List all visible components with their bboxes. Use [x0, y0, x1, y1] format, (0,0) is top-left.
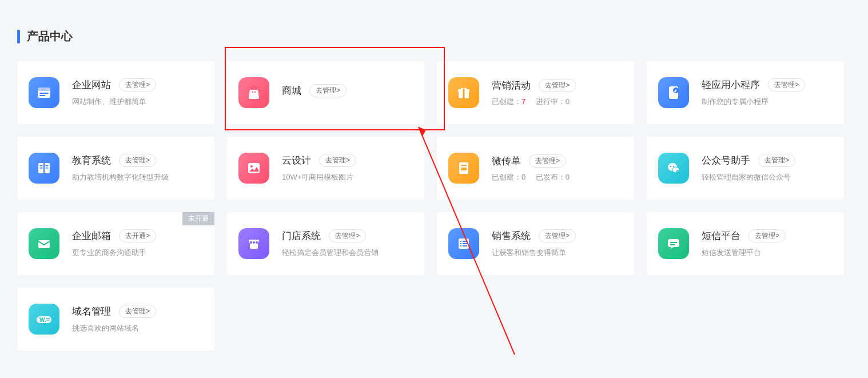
card-marketing[interactable]: 营销活动 去管理> 已创建：7 进行中：0: [437, 61, 634, 124]
card-sales-system[interactable]: 销售系统 去管理> 让获客和销售变得简单: [437, 212, 634, 275]
manage-button[interactable]: 去管理>: [309, 84, 347, 97]
card-title: 企业邮箱: [72, 229, 111, 242]
svg-point-26: [673, 166, 674, 167]
card-desc: 制作您的专属小程序: [702, 96, 833, 108]
card-desc: 轻松搞定会员管理和会员营销: [282, 247, 413, 258]
unopened-tag: 未开通: [182, 212, 214, 225]
flyer-icon: [448, 153, 479, 184]
manage-button[interactable]: 去管理>: [748, 229, 786, 242]
card-domain[interactable]: W. 域名管理 去管理> 挑选喜欢的网站域名: [17, 288, 214, 351]
svg-rect-1: [38, 87, 50, 91]
wechat-icon: [658, 153, 689, 184]
card-title: 门店系统: [282, 229, 321, 242]
manage-button[interactable]: 去管理>: [758, 154, 795, 167]
list-icon: [448, 228, 479, 259]
svg-rect-29: [250, 244, 258, 249]
svg-point-18: [250, 165, 253, 168]
miniapp-icon: [658, 77, 689, 108]
svg-point-5: [254, 91, 256, 93]
card-title: 公众号助手: [702, 154, 750, 167]
message-icon: [658, 228, 689, 259]
card-title: 云设计: [282, 154, 311, 167]
card-title: 企业网站: [72, 78, 111, 91]
manage-button[interactable]: 去管理>: [539, 229, 576, 242]
svg-rect-41: [670, 242, 677, 243]
card-miniapp[interactable]: 轻应用小程序 去管理> 制作您的专属小程序: [647, 61, 844, 124]
svg-rect-15: [40, 168, 43, 169]
card-title: 域名管理: [72, 305, 111, 318]
card-desc: 让获客和销售变得简单: [492, 247, 623, 258]
card-enterprise-mail[interactable]: 未开通 企业邮箱 去开通> 更专业的商务沟通助手: [17, 212, 214, 275]
shopping-bag-icon: [238, 77, 269, 108]
card-flyer[interactable]: 微传单 去管理> 已创建：0 已发布：0: [437, 137, 634, 200]
card-title: 微传单: [492, 154, 521, 168]
card-title: 商城: [282, 84, 301, 97]
card-stats: 已创建：0 已发布：0: [492, 172, 623, 182]
card-mall[interactable]: 商城 去管理>: [227, 61, 424, 124]
svg-point-25: [670, 166, 671, 167]
svg-point-31: [253, 241, 255, 244]
window-icon: [29, 77, 59, 108]
manage-button[interactable]: 去管理>: [329, 229, 366, 242]
manage-button[interactable]: 去管理>: [768, 78, 805, 91]
card-desc: 短信发送管理平台: [702, 247, 833, 258]
card-sms-platform[interactable]: 短信平台 去管理> 短信发送管理平台: [647, 212, 844, 275]
gift-icon: [448, 77, 479, 108]
card-desc: 网站制作、维护都简单: [72, 96, 203, 108]
svg-rect-42: [670, 244, 675, 245]
svg-rect-17: [248, 163, 260, 173]
card-title: 营销活动: [492, 79, 531, 92]
manage-button[interactable]: 去管理>: [119, 154, 156, 167]
domain-icon: W.: [29, 304, 59, 335]
card-cloud-design[interactable]: 云设计 去管理> 10W+可商用模板图片: [227, 137, 424, 200]
open-button[interactable]: 去开通>: [119, 229, 156, 242]
accent-bar: [17, 30, 20, 43]
card-education[interactable]: 教育系统 去管理> 助力教培机构数字化转型升级: [17, 137, 214, 200]
manage-button[interactable]: 去管理>: [319, 154, 356, 167]
card-enterprise-site[interactable]: 企业网站 去管理> 网站制作、维护都简单: [17, 61, 214, 124]
svg-point-22: [461, 169, 463, 170]
svg-rect-45: [46, 318, 50, 319]
svg-rect-39: [463, 245, 467, 246]
card-wechat-assistant[interactable]: 公众号助手 去管理> 轻松管理自家的微信公众号: [647, 137, 844, 200]
manage-button[interactable]: 去管理>: [539, 79, 576, 92]
svg-rect-20: [461, 165, 467, 166]
svg-rect-13: [40, 165, 43, 166]
mail-icon: [29, 228, 59, 259]
card-desc: 10W+可商用模板图片: [282, 172, 413, 183]
card-desc: 更专业的商务沟通助手: [72, 247, 203, 258]
card-store-system[interactable]: 门店系统 去管理> 轻松搞定会员管理和会员营销: [227, 212, 424, 275]
svg-rect-34: [460, 241, 461, 242]
section-title: 产品中心: [27, 29, 73, 44]
manage-button[interactable]: 去管理>: [529, 154, 566, 168]
svg-rect-3: [39, 95, 45, 96]
svg-point-30: [250, 241, 252, 244]
svg-rect-8: [463, 89, 465, 98]
card-stats: 已创建：7 进行中：0: [492, 97, 623, 107]
book-icon: [29, 153, 59, 184]
svg-rect-36: [460, 243, 461, 244]
svg-point-4: [252, 91, 253, 93]
svg-point-32: [256, 241, 258, 244]
card-title: 销售系统: [492, 229, 531, 242]
svg-rect-16: [46, 168, 49, 169]
card-desc: 挑选喜欢的网站域名: [72, 323, 203, 334]
svg-rect-37: [463, 243, 467, 244]
card-title: 教育系统: [72, 154, 111, 167]
svg-rect-14: [46, 165, 49, 166]
store-icon: [238, 228, 269, 259]
card-desc: 轻松管理自家的微信公众号: [702, 172, 833, 183]
svg-rect-2: [39, 93, 49, 94]
svg-text:W.: W.: [39, 317, 46, 323]
card-desc: 助力教培机构数字化转型升级: [72, 172, 203, 183]
svg-rect-46: [46, 320, 50, 321]
svg-rect-35: [463, 241, 467, 242]
card-title: 短信平台: [702, 229, 740, 242]
svg-rect-12: [43, 163, 45, 173]
manage-button[interactable]: 去管理>: [119, 305, 156, 318]
svg-rect-38: [460, 245, 461, 246]
card-title: 轻应用小程序: [702, 78, 760, 91]
manage-button[interactable]: 去管理>: [119, 78, 156, 91]
image-icon: [238, 153, 269, 184]
